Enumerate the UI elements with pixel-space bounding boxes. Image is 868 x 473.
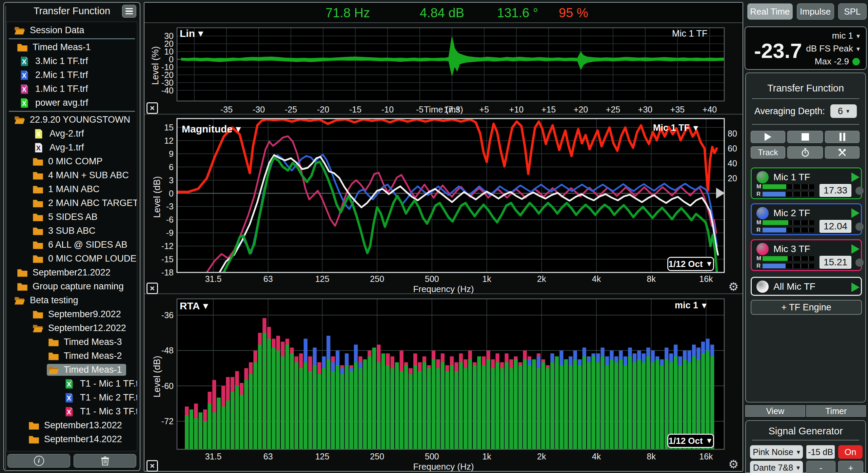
tree-item-folder[interactable]: 4 MAIN + SUB ABC bbox=[7, 168, 137, 182]
add-tf-engine-button[interactable]: + TF Engine bbox=[751, 300, 862, 315]
play-button[interactable] bbox=[751, 131, 785, 143]
tree-item-folder[interactable]: Timed Meas-1 bbox=[7, 40, 137, 54]
tree-item-label: 2 MAIN ABC TARGET bbox=[48, 198, 137, 208]
tree-item-file[interactable]: X2.Mic 1 TF.trf bbox=[7, 68, 137, 82]
sidebar-edge-divider bbox=[5, 6, 6, 472]
tree-item-folder[interactable]: 3 SUB ABC bbox=[7, 224, 137, 238]
tree-item-folder[interactable]: 5 SIDES AB bbox=[7, 210, 137, 224]
tree-item-file[interactable]: XAvg-2.trf bbox=[7, 127, 137, 141]
tree-item-label: September21.2022 bbox=[33, 267, 111, 278]
tf-engine-all-mic-tf[interactable]: All Mic TF bbox=[751, 277, 862, 296]
engine-color-dot[interactable] bbox=[756, 171, 769, 183]
hamburger-menu-icon[interactable] bbox=[122, 5, 136, 18]
svg-text:125: 125 bbox=[315, 452, 330, 461]
tree-item-folder[interactable]: 22.9.20 YOUNGSTOWN bbox=[7, 113, 137, 127]
view-button[interactable]: View bbox=[745, 405, 805, 417]
magnitude-settings-gear-icon[interactable]: ⚙ bbox=[728, 280, 738, 293]
tree-item-file[interactable]: X1.Mic 1 TF.trf bbox=[7, 82, 137, 96]
tree-item-folder[interactable]: 0 MIC COMP LOUDER bbox=[7, 252, 137, 266]
engine-status-dot[interactable] bbox=[855, 187, 864, 195]
rta-settings-gear-icon[interactable]: ⚙ bbox=[728, 457, 738, 471]
tree-item-folder[interactable]: 0 MIC COMP bbox=[7, 155, 137, 168]
folder-icon bbox=[28, 434, 40, 445]
engine-play-icon[interactable] bbox=[851, 283, 860, 292]
engine-play-icon[interactable] bbox=[851, 244, 860, 254]
zero-db-marker-arrow[interactable] bbox=[716, 188, 725, 199]
real-time-button[interactable]: Real Time bbox=[747, 3, 793, 20]
tree-item-folder[interactable]: Group capture naming bbox=[7, 280, 137, 293]
tree-item-folder[interactable]: Timed Meas-1 bbox=[7, 363, 137, 377]
level-plus-button[interactable]: + bbox=[838, 461, 863, 473]
generator-level-display[interactable]: -15 dB bbox=[806, 445, 835, 459]
tree-item-file[interactable]: XT1 - Mic 3 TF.trf bbox=[7, 405, 137, 418]
tree-item-label: 4 MAIN + SUB ABC bbox=[48, 170, 129, 181]
engine-status-dot[interactable] bbox=[855, 223, 864, 231]
stopwatch-icon bbox=[801, 148, 810, 157]
tf-engine-mic-1-tf[interactable]: Mic 1 TFMR17.33 bbox=[751, 167, 862, 199]
magnitude-close-button[interactable]: × bbox=[146, 283, 158, 294]
engine-delay-value[interactable]: 12.04 bbox=[820, 220, 851, 233]
tree-item-folder[interactable]: September21.2022 bbox=[7, 266, 137, 280]
engine-play-icon[interactable] bbox=[851, 208, 860, 218]
sidebar-header: Transfer Function bbox=[4, 3, 140, 19]
engine-color-dot[interactable] bbox=[756, 207, 769, 219]
tools-button[interactable] bbox=[825, 146, 860, 159]
tree-item-folder[interactable]: September9.2022 bbox=[7, 307, 137, 321]
tree-item-label: T1 - Mic 3 TF.trf bbox=[80, 406, 137, 417]
magnitude-smoothing-dropdown[interactable]: 1/12 Oct▼ bbox=[667, 257, 714, 271]
engine-play-icon[interactable] bbox=[851, 172, 860, 182]
info-button[interactable]: i bbox=[7, 454, 70, 468]
generator-on-button[interactable]: On bbox=[838, 445, 863, 459]
magnitude-mode-dropdown[interactable]: Magnitude▼ bbox=[182, 123, 243, 135]
tree-item-folder[interactable]: September12.2022 bbox=[7, 321, 137, 335]
tree-item-folder[interactable]: September14.2022 bbox=[7, 432, 137, 446]
impulse-button[interactable]: Impulse bbox=[797, 3, 834, 20]
spl-button[interactable]: SPL bbox=[838, 3, 867, 20]
rta-close-button[interactable]: × bbox=[146, 460, 158, 472]
tree-item-folder[interactable]: Timed Meas-2 bbox=[7, 349, 137, 363]
generator-source-dropdown[interactable]: Pink Noise▾ bbox=[750, 445, 803, 459]
rta-mode-dropdown[interactable]: RTA▼ bbox=[180, 300, 210, 312]
tree-item-label: Timed Meas-1 bbox=[64, 365, 122, 375]
lin-close-button[interactable]: × bbox=[146, 102, 158, 114]
timer-button[interactable]: Timer bbox=[806, 405, 866, 417]
timer-capture-button[interactable] bbox=[787, 146, 823, 159]
engine-status-dot[interactable] bbox=[855, 259, 864, 267]
averaging-depth-row: Averaging Depth: 6▾ bbox=[746, 104, 865, 118]
pause-button[interactable] bbox=[825, 131, 860, 143]
engine-delay-value[interactable]: 15.21 bbox=[820, 256, 851, 269]
engine-color-dot[interactable] bbox=[756, 281, 769, 293]
meter-unit-dropdown[interactable]: dB FS Peak▾ bbox=[806, 43, 860, 54]
tree-item-label: T1 - Mic 2 TF.trf bbox=[80, 392, 137, 403]
rta-smoothing-dropdown[interactable]: 1/12 Oct▼ bbox=[667, 434, 714, 448]
engine-delay-value[interactable]: 17.33 bbox=[820, 184, 851, 197]
tree-item-folder[interactable]: 6 ALL @ SIDES AB bbox=[7, 238, 137, 252]
tree-item-file[interactable]: XAvg-1.trf bbox=[7, 141, 137, 155]
tree-item-folder[interactable]: Timed Meas-3 bbox=[7, 335, 137, 349]
averaging-depth-select[interactable]: 6▾ bbox=[830, 104, 857, 118]
track-button[interactable]: Track bbox=[751, 146, 785, 159]
stop-button[interactable] bbox=[787, 131, 823, 143]
meter-channel-dropdown[interactable]: mic 1▾ bbox=[832, 30, 860, 41]
svg-text:1k: 1k bbox=[482, 452, 491, 461]
tree-item-folder[interactable]: September13.2022 bbox=[7, 418, 137, 432]
tree-item-file[interactable]: X3.Mic 1 TF.trf bbox=[7, 54, 137, 68]
engine-color-dot[interactable] bbox=[756, 243, 769, 255]
magnitude-source-dropdown[interactable]: Mic 1 TF▼ bbox=[653, 123, 700, 133]
tree-item-file[interactable]: XT1 - Mic 2 TF.trf bbox=[7, 391, 137, 405]
tf-engine-mic-3-tf[interactable]: Mic 3 TFMR15.21 bbox=[751, 239, 862, 271]
lin-mode-dropdown[interactable]: Lin▼ bbox=[180, 28, 205, 39]
tree-item-folder[interactable]: Beta testing bbox=[7, 293, 137, 307]
rta-source-dropdown[interactable]: mic 1▼ bbox=[675, 300, 708, 311]
m-meter-label: M bbox=[756, 255, 763, 262]
tree-item-folder[interactable]: 2 MAIN ABC TARGET bbox=[7, 196, 137, 210]
generator-output-dropdown[interactable]: Dante 7&8▾ bbox=[750, 461, 803, 473]
delete-button[interactable] bbox=[74, 454, 136, 468]
folder-icon bbox=[33, 198, 44, 208]
level-minus-button[interactable]: - bbox=[806, 461, 835, 473]
tree-item-folder[interactable]: 1 MAIN ABC bbox=[7, 182, 137, 196]
tree-item-file[interactable]: XT1 - Mic 1 TF.trf bbox=[7, 377, 137, 391]
tree-item-file[interactable]: Xpower avg.trf bbox=[7, 96, 137, 110]
tf-engine-mic-2-tf[interactable]: Mic 2 TFMR12.04 bbox=[751, 203, 862, 235]
tree-item-folder[interactable]: Session Data bbox=[7, 23, 137, 37]
